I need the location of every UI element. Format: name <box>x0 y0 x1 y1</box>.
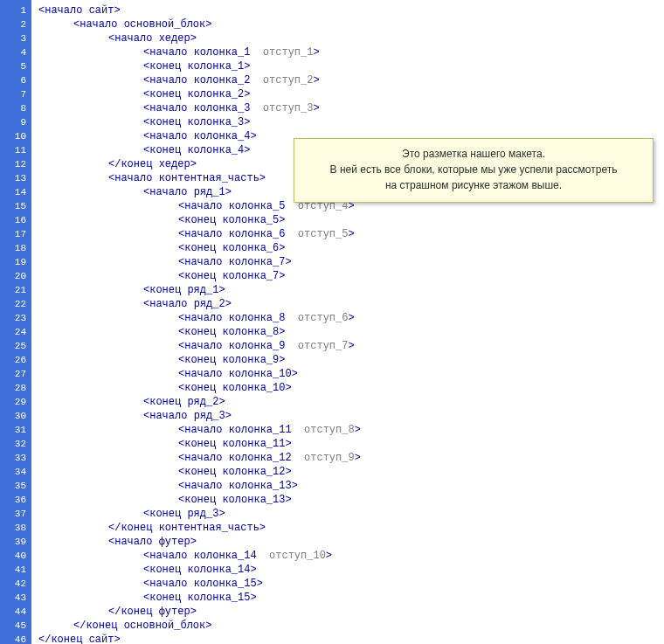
line-number: 11 <box>0 143 31 157</box>
line-number: 36 <box>0 493 31 507</box>
code-line[interactable]: <начало колонка_9 отступ_7> <box>31 339 664 353</box>
line-number: 20 <box>0 269 31 283</box>
line-number: 3 <box>0 31 31 45</box>
code-line[interactable]: <начало колонка_7> <box>31 255 664 269</box>
code-line[interactable]: <начало колонка_1 отступ_1> <box>31 45 664 59</box>
line-number: 33 <box>0 451 31 465</box>
line-number: 43 <box>0 591 31 605</box>
code-line[interactable]: <конец колонка_2> <box>31 87 664 101</box>
line-number: 44 <box>0 605 31 619</box>
code-line[interactable]: <начало колонка_11 отступ_8> <box>31 423 664 437</box>
callout-line: В ней есть все блоки, которые мы уже усп… <box>303 162 644 177</box>
code-line[interactable]: <начало колонка_10> <box>31 367 664 381</box>
code-line[interactable]: <конец колонка_10> <box>31 381 664 395</box>
code-line[interactable]: <начало колонка_14 отступ_10> <box>31 549 664 563</box>
code-line[interactable]: <начало хедер> <box>31 31 664 45</box>
code-line[interactable]: <начало колонка_6 отступ_5> <box>31 227 664 241</box>
line-number: 31 <box>0 423 31 437</box>
line-number: 19 <box>0 255 31 269</box>
line-number: 38 <box>0 521 31 535</box>
line-number: 35 <box>0 479 31 493</box>
line-number: 27 <box>0 367 31 381</box>
callout-line: Это разметка нашего макета. <box>303 146 644 162</box>
line-number: 39 <box>0 535 31 549</box>
line-number: 46 <box>0 633 31 644</box>
code-line[interactable]: <конец ряд_2> <box>31 395 664 409</box>
callout-line: на страшном рисунке этажом выше. <box>303 177 644 193</box>
line-number: 23 <box>0 311 31 325</box>
line-number: 45 <box>0 619 31 633</box>
code-line[interactable]: <конец колонка_6> <box>31 241 664 255</box>
annotation-callout: Это разметка нашего макета. В ней есть в… <box>294 138 654 203</box>
line-number: 26 <box>0 353 31 367</box>
code-line[interactable]: <конец колонка_15> <box>31 591 664 605</box>
line-number: 21 <box>0 283 31 297</box>
line-number: 18 <box>0 241 31 255</box>
code-line[interactable]: <конец колонка_7> <box>31 269 664 283</box>
code-line[interactable]: <начало колонка_13> <box>31 479 664 493</box>
code-line[interactable]: </конец контентная_часть> <box>31 521 664 535</box>
line-number: 12 <box>0 157 31 171</box>
line-number: 9 <box>0 115 31 129</box>
line-number: 14 <box>0 185 31 199</box>
line-number: 30 <box>0 409 31 423</box>
line-number: 29 <box>0 395 31 409</box>
line-number: 8 <box>0 101 31 115</box>
line-number: 34 <box>0 465 31 479</box>
line-number-gutter: 1234567891011121314151617181920212223242… <box>0 0 31 644</box>
line-number: 16 <box>0 213 31 227</box>
line-number: 7 <box>0 87 31 101</box>
code-editor: 1234567891011121314151617181920212223242… <box>0 0 664 644</box>
code-line[interactable]: <конец колонка_8> <box>31 325 664 339</box>
line-number: 22 <box>0 297 31 311</box>
line-number: 13 <box>0 171 31 185</box>
code-line[interactable]: <начало футер> <box>31 535 664 549</box>
line-number: 24 <box>0 325 31 339</box>
code-line[interactable]: <начало сайт> <box>31 3 664 17</box>
code-line[interactable]: <конец колонка_11> <box>31 437 664 451</box>
line-number: 40 <box>0 549 31 563</box>
code-line[interactable]: <конец колонка_1> <box>31 59 664 73</box>
code-line[interactable]: <начало колонка_12 отступ_9> <box>31 451 664 465</box>
code-line[interactable]: <начало колонка_15> <box>31 577 664 591</box>
line-number: 2 <box>0 17 31 31</box>
code-line[interactable]: </конец основной_блок> <box>31 619 664 633</box>
line-number: 37 <box>0 507 31 521</box>
line-number: 25 <box>0 339 31 353</box>
code-line[interactable]: <конец колонка_3> <box>31 115 664 129</box>
line-number: 6 <box>0 73 31 87</box>
code-line[interactable]: <конец колонка_12> <box>31 465 664 479</box>
code-line[interactable]: <начало ряд_3> <box>31 409 664 423</box>
line-number: 5 <box>0 59 31 73</box>
line-number: 4 <box>0 45 31 59</box>
code-line[interactable]: <начало колонка_2 отступ_2> <box>31 73 664 87</box>
code-area[interactable]: <начало сайт><начало основной_блок><нача… <box>31 3 664 644</box>
line-number: 17 <box>0 227 31 241</box>
line-number: 42 <box>0 577 31 591</box>
code-line[interactable]: </конец сайт> <box>31 633 664 644</box>
line-number: 15 <box>0 199 31 213</box>
code-line[interactable]: <конец колонка_5> <box>31 213 664 227</box>
code-line[interactable]: <конец колонка_14> <box>31 563 664 577</box>
code-line[interactable]: <конец колонка_9> <box>31 353 664 367</box>
code-line[interactable]: <конец колонка_13> <box>31 493 664 507</box>
code-line[interactable]: <начало колонка_8 отступ_6> <box>31 311 664 325</box>
line-number: 1 <box>0 3 31 17</box>
code-line[interactable]: </конец футер> <box>31 605 664 619</box>
line-number: 10 <box>0 129 31 143</box>
line-number: 32 <box>0 437 31 451</box>
line-number: 41 <box>0 563 31 577</box>
code-line[interactable]: <конец ряд_1> <box>31 283 664 297</box>
code-line[interactable]: <начало ряд_2> <box>31 297 664 311</box>
code-line[interactable]: <конец ряд_3> <box>31 507 664 521</box>
code-line[interactable]: <начало колонка_3 отступ_3> <box>31 101 664 115</box>
code-line[interactable]: <начало основной_блок> <box>31 17 664 31</box>
line-number: 28 <box>0 381 31 395</box>
